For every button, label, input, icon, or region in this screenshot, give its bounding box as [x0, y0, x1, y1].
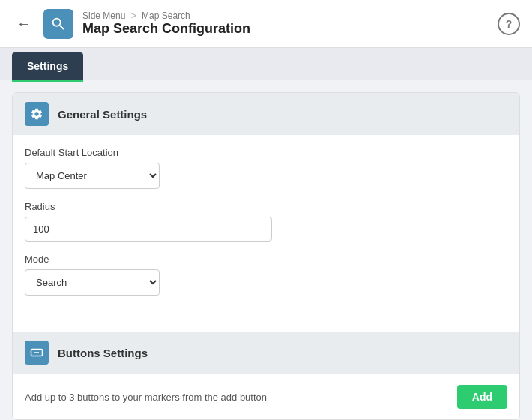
default-start-location-select[interactable]: Map Center User Location Fixed Location — [25, 163, 160, 189]
mode-select[interactable]: Search Navigate Filter — [25, 269, 160, 296]
breadcrumb: Side Menu > Map Search — [82, 10, 498, 21]
general-settings-body: Default Start Location Map Center User L… — [13, 135, 519, 320]
gear-icon — [30, 107, 43, 121]
radius-input[interactable] — [25, 217, 272, 242]
default-start-location-label: Default Start Location — [25, 147, 507, 158]
back-icon: ← — [16, 15, 31, 32]
buttons-settings-header: Buttons Settings — [13, 332, 519, 374]
tab-settings-label: Settings — [27, 60, 68, 72]
mode-label: Mode — [25, 254, 507, 265]
settings-card: General Settings Default Start Location … — [12, 92, 520, 420]
map-search-icon — [50, 16, 67, 32]
buttons-settings-icon — [25, 340, 49, 364]
page-icon — [43, 9, 73, 39]
help-icon: ? — [506, 18, 513, 30]
header-text: Side Menu > Map Search Map Search Config… — [82, 10, 498, 37]
breadcrumb-part1: Side Menu — [82, 10, 125, 21]
mode-group: Mode Search Navigate Filter — [25, 254, 507, 296]
help-button[interactable]: ? — [498, 13, 520, 35]
breadcrumb-part2: Map Search — [142, 10, 190, 21]
tabs-bar: Settings — [0, 48, 532, 80]
tab-settings[interactable]: Settings — [12, 52, 83, 80]
general-settings-header: General Settings — [13, 93, 519, 135]
radius-group: Radius — [25, 201, 507, 242]
buttons-settings-title: Buttons Settings — [58, 346, 148, 359]
general-settings-title: General Settings — [58, 108, 147, 121]
button-icon — [30, 346, 43, 359]
add-button[interactable]: Add — [457, 385, 507, 409]
add-buttons-description: Add up to 3 buttons to your markers from… — [25, 392, 267, 403]
radius-label: Radius — [25, 201, 507, 212]
main-content: General Settings Default Start Location … — [0, 80, 532, 420]
back-button[interactable]: ← — [12, 12, 36, 36]
buttons-settings-section: Buttons Settings Add up to 3 buttons to … — [13, 332, 519, 419]
general-settings-icon — [25, 102, 49, 126]
breadcrumb-separator: > — [131, 10, 136, 21]
default-start-location-group: Default Start Location Map Center User L… — [25, 147, 507, 189]
add-buttons-row: Add up to 3 buttons to your markers from… — [13, 374, 519, 419]
page-title: Map Search Configuration — [82, 21, 498, 37]
header: ← Side Menu > Map Search Map Search Conf… — [0, 0, 532, 48]
